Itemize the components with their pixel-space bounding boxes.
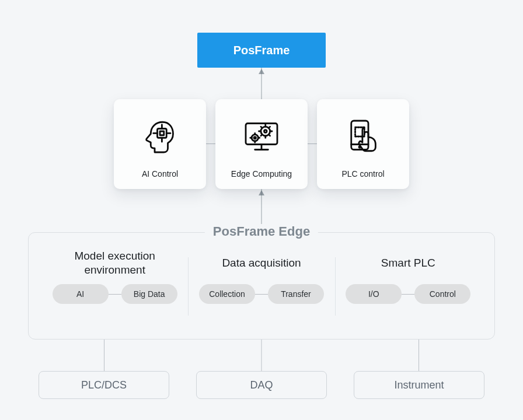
svg-line-15 xyxy=(261,127,262,128)
svg-point-20 xyxy=(254,137,256,139)
tag-label: Instrument xyxy=(394,379,444,391)
edge-col-heading: Data acquisition xyxy=(222,249,301,277)
arrow-head-icon xyxy=(259,190,264,195)
card-label: AI Control xyxy=(142,169,178,178)
head-chip-icon xyxy=(139,107,181,166)
card-plc-control: PLC control xyxy=(317,99,409,189)
middle-cards-row: AI Control xyxy=(114,99,409,189)
edge-section-title: PosFrame Edge xyxy=(205,224,318,239)
card-label: PLC control xyxy=(341,169,384,178)
svg-line-17 xyxy=(269,127,270,128)
phone-touch-icon xyxy=(342,107,384,166)
card-label: Edge Computing xyxy=(231,169,292,178)
edge-col-data-acquisition: Data acquisition Collection Transfer xyxy=(188,249,334,326)
pill-row: Collection Transfer xyxy=(199,284,324,304)
edge-col-heading: Smart PLC xyxy=(381,249,435,277)
computer-gears-icon xyxy=(240,107,283,166)
edge-col-model-execution: Model execution environment AI Big Data xyxy=(41,249,188,326)
tag-label: PLC/DCS xyxy=(81,379,127,391)
arrow-head-icon xyxy=(259,69,264,74)
pill: AI xyxy=(53,284,109,304)
svg-point-19 xyxy=(252,135,258,141)
pill-connector xyxy=(109,294,121,295)
tag-label: DAQ xyxy=(250,379,273,391)
pill: Big Data xyxy=(121,284,177,304)
posframe-edge-box: Model execution environment AI Big Data … xyxy=(28,232,495,340)
svg-line-16 xyxy=(269,135,270,136)
pill-row: I/O Control xyxy=(346,284,470,304)
tag-daq: DAQ xyxy=(196,371,327,399)
pill: Collection xyxy=(199,284,255,304)
posframe-title: PosFrame xyxy=(233,44,290,57)
svg-rect-1 xyxy=(160,131,164,135)
posframe-box: PosFrame xyxy=(197,33,326,68)
bottom-row: PLC/DCS DAQ Instrument xyxy=(39,371,484,399)
edge-col-heading: Model execution environment xyxy=(47,249,182,277)
tag-instrument: Instrument xyxy=(354,371,484,399)
pill: I/O xyxy=(346,284,402,304)
edge-col-smart-plc: Smart PLC I/O Control xyxy=(335,249,482,326)
connector-line xyxy=(104,340,104,371)
connector-line xyxy=(419,340,419,371)
tag-plc-dcs: PLC/DCS xyxy=(39,371,169,399)
pill-row: AI Big Data xyxy=(53,284,177,304)
pill-connector xyxy=(255,294,268,295)
card-edge-computing: Edge Computing xyxy=(215,99,308,189)
card-ai-control: AI Control xyxy=(114,99,206,189)
svg-line-18 xyxy=(261,135,262,136)
connector-line xyxy=(262,340,262,371)
svg-point-10 xyxy=(264,130,267,133)
pill-connector xyxy=(402,294,414,295)
pill: Transfer xyxy=(268,284,324,304)
architecture-diagram: PosFrame AI Control xyxy=(0,0,523,420)
svg-rect-0 xyxy=(158,129,167,138)
pill: Control xyxy=(414,284,470,304)
